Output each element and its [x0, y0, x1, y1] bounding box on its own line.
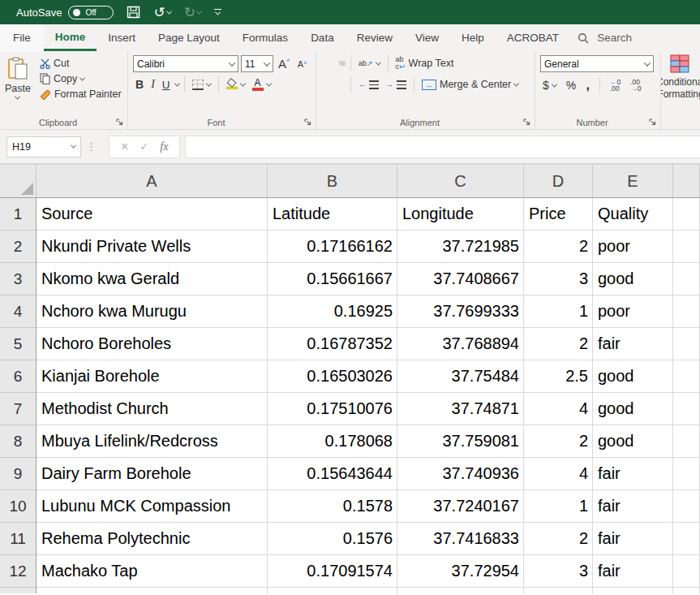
orientation-button[interactable]: ab↗	[356, 59, 383, 68]
clipboard-dialog-launcher[interactable]	[115, 118, 124, 127]
cell[interactable]: Rehema Polytechnic	[37, 523, 268, 555]
row-header-7[interactable]: 7	[0, 393, 37, 425]
font-dialog-launcher[interactable]	[303, 118, 312, 127]
comma-style-button[interactable]: ,	[583, 76, 592, 94]
cell[interactable]: Methodist Church	[37, 393, 268, 425]
accounting-dropdown-icon[interactable]	[552, 81, 557, 87]
cell[interactable]: 37.740936	[397, 458, 524, 490]
number-format-combobox[interactable]: General	[540, 55, 654, 72]
cell[interactable]: Quality	[593, 198, 673, 231]
cell[interactable]	[673, 458, 700, 490]
align-right-button[interactable]	[339, 82, 346, 87]
cell[interactable]	[673, 523, 700, 555]
cell[interactable]: good	[593, 263, 673, 295]
row-header-11[interactable]: 11	[0, 523, 37, 555]
font-name-combobox[interactable]: Calibri	[133, 55, 238, 72]
name-box-dropdown-icon[interactable]	[71, 143, 76, 149]
tab-data[interactable]: Data	[299, 24, 346, 51]
cell[interactable]: 37.7416833	[397, 523, 524, 555]
underline-dropdown-icon[interactable]	[174, 80, 180, 86]
cell[interactable]: 0.15643644	[268, 458, 397, 490]
cell[interactable]	[673, 393, 700, 425]
row-header-1[interactable]: 1	[0, 198, 37, 231]
cell[interactable]: 3	[524, 555, 593, 588]
paste-dropdown-icon[interactable]	[15, 94, 20, 100]
cell[interactable]	[673, 295, 700, 328]
align-center-button[interactable]	[330, 82, 337, 87]
cell[interactable]: Price	[524, 198, 593, 231]
align-left-button[interactable]	[321, 82, 328, 87]
column-header-a[interactable]: A	[37, 165, 268, 198]
decrease-font-size-button[interactable]: A˅	[295, 58, 310, 70]
cell[interactable]: 37.75484	[397, 360, 524, 393]
tab-acrobat[interactable]: ACROBAT	[496, 24, 570, 51]
cell[interactable]: good	[593, 360, 673, 393]
cell[interactable]: 1	[524, 490, 593, 523]
cell[interactable]	[673, 231, 700, 263]
cell[interactable]: 37.72954	[397, 555, 524, 588]
formula-bar-resize-handle[interactable]: ⋮	[86, 140, 97, 153]
underline-button[interactable]: U	[160, 78, 173, 92]
search-box[interactable]: Search	[578, 24, 632, 51]
cell[interactable]: 2	[524, 231, 593, 263]
tab-review[interactable]: Review	[346, 24, 404, 51]
cell[interactable]: 0.16925	[268, 295, 397, 328]
cell[interactable]: good	[593, 425, 673, 458]
middle-align-button[interactable]	[330, 61, 337, 66]
wrap-text-button[interactable]: abc↩ Wrap Text	[393, 55, 457, 71]
column-header-d[interactable]: D	[524, 165, 593, 198]
cell[interactable]	[673, 490, 700, 523]
cell[interactable]: 0.1576	[268, 523, 397, 555]
tab-help[interactable]: Help	[450, 24, 496, 51]
row-header-3[interactable]: 3	[0, 263, 37, 295]
row-header-12[interactable]: 12	[0, 555, 37, 588]
cell[interactable]: fair	[593, 555, 673, 588]
tab-insert[interactable]: Insert	[97, 24, 147, 51]
cell[interactable]: Nkundi Private Wells	[37, 231, 268, 263]
select-all-button[interactable]	[0, 165, 37, 198]
name-box[interactable]: H19	[6, 136, 81, 157]
cell[interactable]: poor	[593, 231, 673, 263]
cell[interactable]	[268, 588, 397, 593]
cell[interactable]	[673, 588, 700, 593]
top-align-button[interactable]	[321, 61, 328, 66]
save-button[interactable]	[127, 6, 140, 19]
format-painter-button[interactable]: Format Painter	[37, 88, 124, 101]
tab-page-layout[interactable]: Page Layout	[147, 24, 231, 51]
autosave-control[interactable]: AutoSave Off	[16, 6, 114, 19]
cell[interactable]: 4	[524, 458, 593, 490]
conditional-formatting-button[interactable]: Conditional Formatting	[661, 54, 700, 101]
row-header-4[interactable]: 4	[0, 295, 37, 328]
cell[interactable]	[673, 555, 700, 588]
font-size-combobox[interactable]: 11	[241, 55, 273, 72]
column-header-f-partial[interactable]	[673, 165, 700, 198]
cut-button[interactable]: Cut	[37, 57, 124, 70]
cell[interactable]: 0.1578	[268, 490, 397, 523]
cell[interactable]: 2.5	[524, 360, 593, 393]
tab-home[interactable]: Home	[44, 24, 97, 51]
cell[interactable]: Kianjai Borehole	[37, 360, 268, 393]
cell[interactable]	[397, 588, 524, 593]
number-dialog-launcher[interactable]	[648, 118, 657, 127]
row-header-9[interactable]: 9	[0, 458, 37, 490]
cell[interactable]: Lubunu MCK Compassion	[37, 490, 268, 523]
fill-color-dropdown-icon[interactable]	[240, 80, 246, 86]
paste-button[interactable]: Paste	[5, 55, 31, 114]
cell[interactable]: 0.17091574	[268, 555, 397, 588]
row-header-partial[interactable]	[0, 588, 37, 593]
increase-font-size-button[interactable]: A˄	[276, 56, 293, 71]
cell[interactable]: 37.721985	[397, 231, 524, 263]
cell[interactable]: 0.17510076	[268, 393, 397, 425]
row-header-8[interactable]: 8	[0, 425, 37, 458]
cell[interactable]: Machako Tap	[37, 555, 268, 588]
cell[interactable]: Longitude	[397, 198, 524, 231]
formula-input[interactable]	[185, 136, 700, 158]
column-header-c[interactable]: C	[397, 165, 524, 198]
copy-dropdown-icon[interactable]	[79, 75, 85, 80]
undo-dropdown-icon[interactable]	[166, 8, 172, 14]
row-header-2[interactable]: 2	[0, 231, 37, 263]
cell[interactable]: fair	[593, 490, 673, 523]
customize-quick-access-toolbar-button[interactable]	[214, 9, 221, 16]
decrease-indent-button[interactable]: ←	[356, 80, 381, 90]
font-color-dropdown-icon[interactable]	[266, 80, 272, 86]
